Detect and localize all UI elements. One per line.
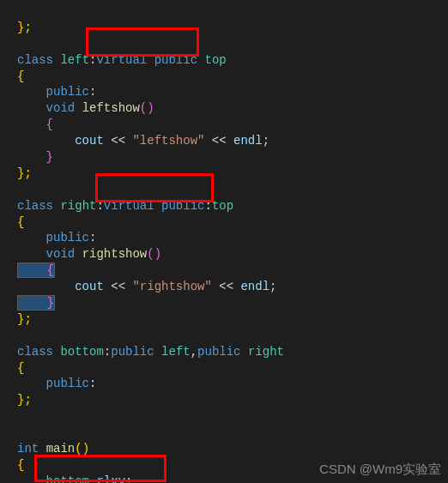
code-line: }; bbox=[17, 21, 32, 34]
code-line: { bbox=[17, 361, 24, 375]
code-line: cout << "leftshow" << endl; bbox=[17, 134, 269, 148]
code-line: }; bbox=[17, 393, 32, 407]
code-line: class bottom:public left,public right bbox=[17, 345, 284, 359]
code-line: void rightshow() bbox=[17, 247, 161, 261]
code-line: public: bbox=[17, 85, 96, 99]
code-line: { bbox=[17, 215, 24, 229]
code-line: class left:virtual public top bbox=[17, 53, 227, 67]
watermark-text: CSDN @Wm9实验室 bbox=[319, 461, 441, 478]
code-line: { bbox=[17, 118, 53, 131]
code-line: public: bbox=[17, 231, 96, 245]
code-line: { bbox=[17, 458, 24, 472]
code-line: }; bbox=[17, 166, 32, 180]
code-line: bottom rlxy; bbox=[17, 474, 132, 483]
code-line: } bbox=[17, 150, 53, 164]
code-line: public: bbox=[17, 377, 96, 390]
code-editor-content[interactable]: }; class left:virtual public top { publi… bbox=[0, 0, 448, 483]
code-line: } bbox=[17, 295, 55, 311]
code-line: { bbox=[17, 263, 55, 278]
code-line: int main() bbox=[17, 442, 89, 456]
code-line: void leftshow() bbox=[17, 101, 154, 115]
code-line: cout << "rightshow" << endl; bbox=[17, 280, 276, 293]
code-line: class right:virtual public:top bbox=[17, 199, 233, 213]
code-line: { bbox=[17, 69, 24, 83]
code-line: }; bbox=[17, 312, 32, 326]
